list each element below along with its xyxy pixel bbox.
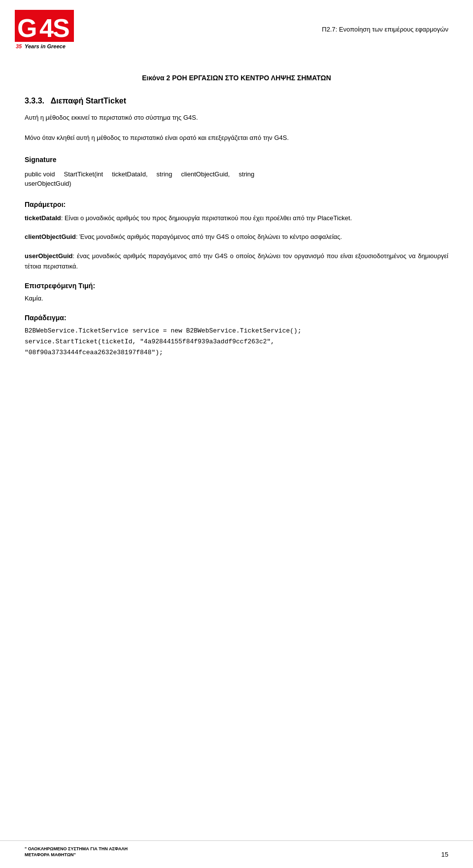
params-label: Παράμετροι: bbox=[25, 200, 448, 208]
signature-label: Signature bbox=[25, 156, 448, 164]
code-example: B2BWebService.TicketService service = ne… bbox=[25, 326, 448, 358]
footer-left-text: " ΟΛΟΚΛΗΡΩΜΕΝΟ ΣΥΣΤΗΜΑ ΓΙΑ ΤΗΝ ΑΣΦΑΛΗ ΜΕ… bbox=[25, 846, 128, 858]
return-value: Καμία. bbox=[25, 294, 448, 304]
svg-text:G: G bbox=[17, 14, 36, 42]
sig-param1: ticketDataId, bbox=[112, 170, 147, 178]
signature-table: public void StartTicket(int ticketDataId… bbox=[25, 169, 448, 188]
figure-title: Εικόνα 2 ΡΟΗ ΕΡΓΑΣΙΩΝ ΣΤΟ ΚΕΝΤΡΟ ΛΗΨΗΣ Σ… bbox=[25, 74, 448, 82]
svg-text:4S: 4S bbox=[39, 14, 69, 42]
svg-text:Years in Greece: Years in Greece bbox=[25, 43, 66, 49]
intro-para1: Αυτή η μέθοδος εκκινεί το περιστατικό στ… bbox=[25, 113, 448, 123]
code-line3: "08f90a3733444fceaa2632e38197f848"); bbox=[25, 347, 448, 358]
section-number: 3.3.3. bbox=[25, 97, 44, 105]
footer-line2: ΜΕΤΑΦΟΡΑ ΜΑΘΗΤΩΝ" bbox=[25, 852, 128, 858]
param2-name: clientObjectGuid bbox=[25, 233, 76, 240]
param2-desc: : Ένας μοναδικός αριθμός παραγόμενος από… bbox=[76, 233, 342, 240]
header: G 4S 35 Years in Greece Π2.7: Ενοποίηση … bbox=[0, 0, 473, 59]
footer-page-number: 15 bbox=[441, 851, 448, 858]
signature-block: public void StartTicket(int ticketDataId… bbox=[25, 169, 448, 188]
param1-desc: : Είναι ο μοναδικός αριθμός του προς δημ… bbox=[61, 214, 352, 222]
footer: " ΟΛΟΚΛΗΡΩΜΕΝΟ ΣΥΣΤΗΜΑ ΓΙΑ ΤΗΝ ΑΣΦΑΛΗ ΜΕ… bbox=[0, 840, 473, 868]
sig-string1: string bbox=[157, 170, 172, 178]
param1-name: ticketDataId bbox=[25, 214, 61, 222]
code-line1: B2BWebService.TicketService service = ne… bbox=[25, 326, 448, 336]
section-heading: 3.3.3. Διεπαφή StartTicket bbox=[25, 97, 448, 105]
param1-entry: ticketDataId: Είναι ο μοναδικός αριθμός … bbox=[25, 213, 448, 224]
svg-text:35: 35 bbox=[16, 43, 22, 49]
param3-name: userObjectGuid bbox=[25, 252, 73, 260]
param2-entry: clientObjectGuid: Ένας μοναδικός αριθμός… bbox=[25, 232, 448, 242]
example-label: Παράδειγμα: bbox=[25, 314, 448, 322]
param3-desc: : ένας μοναδικός αριθμός παραγόμενος από… bbox=[25, 252, 448, 270]
g4s-logo: G 4S 35 Years in Greece bbox=[15, 10, 99, 54]
page: G 4S 35 Years in Greece Π2.7: Ενοποίηση … bbox=[0, 0, 473, 868]
sig-method: StartTicket(int bbox=[64, 170, 103, 178]
header-right: Π2.7: Ενοποίηση των επιμέρους εφαρμογών bbox=[99, 10, 448, 33]
sig-param2: clientObjectGuid, bbox=[181, 170, 230, 178]
sig-string2: string bbox=[239, 170, 255, 178]
sig-public: public void bbox=[25, 170, 55, 178]
main-content: Εικόνα 2 ΡΟΗ ΕΡΓΑΣΙΩΝ ΣΤΟ ΚΕΝΤΡΟ ΛΗΨΗΣ Σ… bbox=[0, 59, 473, 398]
header-title: Π2.7: Ενοποίηση των επιμέρους εφαρμογών bbox=[322, 26, 448, 33]
return-label: Επιστρεφόμενη Τιμή: bbox=[25, 282, 448, 290]
sig-param3: userObjectGuid) bbox=[25, 180, 71, 187]
intro-para2: Μόνο όταν κληθεί αυτή η μέθοδος το περισ… bbox=[25, 133, 448, 143]
logo-svg: G 4S 35 Years in Greece bbox=[15, 10, 84, 54]
footer-line1: " ΟΛΟΚΛΗΡΩΜΕΝΟ ΣΥΣΤΗΜΑ ΓΙΑ ΤΗΝ ΑΣΦΑΛΗ bbox=[25, 846, 128, 852]
param3-entry: userObjectGuid: ένας μοναδικός αριθμός π… bbox=[25, 251, 448, 272]
section-title-text: Διεπαφή StartTicket bbox=[51, 97, 126, 105]
code-line2: service.StartTicket(ticketId, "4a9284415… bbox=[25, 336, 448, 347]
logo-area: G 4S 35 Years in Greece bbox=[15, 10, 99, 54]
